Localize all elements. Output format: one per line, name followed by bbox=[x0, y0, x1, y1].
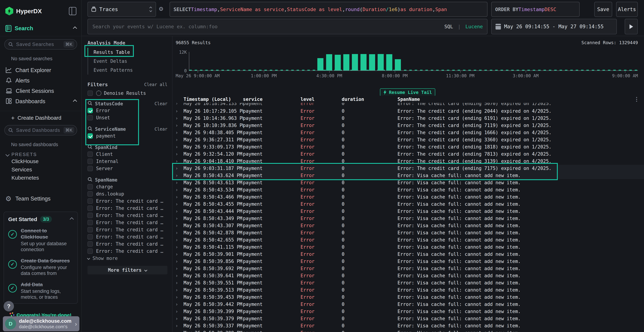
histogram-bar[interactable] bbox=[395, 59, 401, 70]
table-row[interactable]: ›May 26 8:50:39.901 PMpaymentError0Error… bbox=[172, 250, 644, 258]
sql-mode-label[interactable]: SQL bbox=[444, 24, 453, 29]
checkbox[interactable] bbox=[88, 133, 93, 139]
row-expand-chevron[interactable]: › bbox=[175, 180, 184, 185]
table-row[interactable]: ›May 26 9:32:54.120 PMpaymentError0Error… bbox=[172, 150, 644, 158]
presets-toggle[interactable]: PRESETS bbox=[6, 152, 82, 157]
checkbox[interactable] bbox=[88, 115, 93, 120]
saved-dashboards-input[interactable] bbox=[16, 127, 64, 133]
filter-option[interactable]: Error bbox=[88, 107, 168, 114]
row-expand-chevron[interactable]: › bbox=[175, 259, 184, 264]
histogram-bar[interactable] bbox=[343, 54, 349, 70]
table-row[interactable]: ›May 26 8:50:39.442 PMpaymentError0Error… bbox=[172, 301, 644, 308]
table-row[interactable]: ›May 26 8:50:42.655 PMpaymentError0Error… bbox=[172, 236, 644, 244]
preset-item-services[interactable]: Services bbox=[0, 166, 82, 174]
clear-filter-button[interactable]: Clear bbox=[154, 101, 168, 106]
col-service[interactable]: service bbox=[243, 96, 300, 102]
sidebar-item-team-settings[interactable]: ⚙ Team Settings bbox=[5, 195, 82, 203]
row-expand-chevron[interactable]: › bbox=[175, 187, 184, 192]
histogram-bar[interactable] bbox=[386, 54, 392, 70]
table-row[interactable]: ›May 26 8:50:39.692 PMpaymentError0Error… bbox=[172, 265, 644, 272]
event-search-box[interactable]: SQL | Lucene bbox=[88, 19, 488, 34]
table-row[interactable]: ›May 26 9:36:27.311 PMpaymentError0Error… bbox=[172, 136, 644, 143]
table-row[interactable]: ›May 26 8:50:39.453 PMpaymentError0Error… bbox=[172, 294, 644, 301]
checkbox[interactable] bbox=[88, 198, 93, 204]
sidebar-item-client-sessions[interactable]: Client Sessions bbox=[0, 86, 82, 96]
saved-dashboards-searchbox[interactable]: ⌘K bbox=[4, 125, 77, 136]
row-expand-chevron[interactable]: › bbox=[175, 130, 184, 135]
table-row[interactable]: ›May 26 8:50:43.349 PMpaymentError0Error… bbox=[172, 215, 644, 222]
filter-option[interactable]: Error: The credit card … bbox=[88, 240, 168, 248]
save-button[interactable]: Save bbox=[594, 2, 612, 17]
sidebar-item-chart-explorer[interactable]: Chart Explorer bbox=[0, 65, 82, 76]
row-expand-chevron[interactable]: › bbox=[175, 302, 184, 307]
row-expand-chevron[interactable]: › bbox=[175, 316, 184, 321]
filter-option[interactable]: charge bbox=[88, 183, 168, 190]
checkbox[interactable] bbox=[88, 234, 93, 240]
row-expand-chevron[interactable]: › bbox=[175, 108, 184, 114]
col-spanname[interactable]: SpanName bbox=[398, 96, 644, 102]
row-expand-chevron[interactable]: › bbox=[175, 194, 184, 200]
filter-option[interactable]: dns.lookup bbox=[88, 190, 168, 198]
sidebar-item-alerts[interactable]: Alerts bbox=[0, 76, 82, 86]
table-row[interactable]: ›May 26 8:50:39.379 PMpaymentError0Error… bbox=[172, 315, 644, 322]
resume-live-tail-button[interactable]: Resume Live Tail bbox=[380, 88, 435, 96]
results-histogram[interactable] bbox=[189, 52, 638, 71]
sidebar-collapse-icon[interactable] bbox=[69, 7, 76, 15]
show-more-button[interactable]: Show more bbox=[88, 255, 168, 262]
analysis-mode-event-patterns[interactable]: Event Patterns bbox=[88, 66, 168, 74]
histogram-bar[interactable] bbox=[326, 54, 332, 70]
row-expand-chevron[interactable]: › bbox=[175, 166, 184, 171]
row-expand-chevron[interactable]: › bbox=[175, 123, 184, 128]
filter-option[interactable]: Internal bbox=[88, 158, 168, 165]
row-expand-chevron[interactable]: › bbox=[175, 202, 184, 207]
table-row[interactable]: ›May 26 8:50:39.856 PMpaymentError0Error… bbox=[172, 258, 644, 265]
row-expand-chevron[interactable]: › bbox=[175, 309, 184, 314]
date-range-picker[interactable]: May 26 09:14:55 - May 27 09:14:55 bbox=[491, 19, 617, 34]
sidebar-item-search[interactable]: Search bbox=[5, 25, 76, 32]
table-row[interactable]: ›May 26 8:50:43.613 PMpaymentError0Error… bbox=[172, 179, 644, 186]
row-expand-chevron[interactable]: › bbox=[175, 116, 184, 121]
run-query-button[interactable] bbox=[625, 19, 638, 34]
help-button[interactable]: ? bbox=[4, 301, 14, 312]
row-expand-chevron[interactable]: › bbox=[175, 237, 184, 242]
table-row[interactable]: ›May 26 9:48:38.405 PMpaymentError0Error… bbox=[172, 129, 644, 136]
create-dashboard-button[interactable]: + Create Dashboard bbox=[0, 114, 82, 122]
row-expand-chevron[interactable]: › bbox=[175, 144, 184, 150]
histogram-bar[interactable] bbox=[378, 54, 384, 70]
table-row[interactable]: ›May 26 8:50:43.466 PMpaymentError0Error… bbox=[172, 193, 644, 200]
filter-option[interactable]: Error: The credit card … bbox=[88, 198, 168, 205]
preset-item-kubernetes[interactable]: Kubernetes bbox=[0, 174, 82, 182]
table-row[interactable]: ›May 26 10:10:39.836 PMpaymentError0Erro… bbox=[172, 122, 644, 129]
table-row[interactable]: ›May 26 8:50:39.641 PMpaymentError0Error… bbox=[172, 272, 644, 279]
row-expand-chevron[interactable]: › bbox=[175, 330, 184, 332]
row-expand-chevron[interactable]: › bbox=[175, 158, 184, 164]
checkbox[interactable] bbox=[88, 108, 93, 113]
col-duration[interactable]: duration bbox=[342, 96, 398, 102]
checkbox[interactable] bbox=[88, 166, 93, 171]
more-filters-button[interactable]: More filters bbox=[88, 266, 168, 274]
filter-option[interactable]: Error: The credit card … bbox=[88, 212, 168, 219]
filter-option[interactable]: Error: The credit card … bbox=[88, 226, 168, 233]
histogram-bar[interactable] bbox=[335, 55, 341, 70]
saved-searches-searchbox[interactable]: ⌘K bbox=[4, 39, 77, 50]
checkbox[interactable] bbox=[88, 220, 93, 225]
row-expand-chevron[interactable]: › bbox=[175, 323, 184, 328]
row-expand-chevron[interactable]: › bbox=[175, 280, 184, 286]
col-level[interactable]: level bbox=[300, 96, 342, 102]
col-timestamp[interactable]: Timestamp (Local) bbox=[184, 96, 243, 102]
table-row[interactable]: ›May 26 10:14:36.963 PMpaymentError0Erro… bbox=[172, 115, 644, 122]
table-row[interactable]: ›May 26 8:50:39.513 PMpaymentError0Error… bbox=[172, 286, 644, 294]
saved-searches-input[interactable] bbox=[16, 42, 64, 48]
sidebar-item-dashboards[interactable]: Dashboards bbox=[0, 96, 82, 106]
table-row[interactable]: ›May 26 10:18:54.133 PMpaymentError0Erro… bbox=[172, 103, 644, 108]
table-row[interactable]: ›May 26 8:50:39.551 PMpaymentError0Error… bbox=[172, 279, 644, 286]
row-expand-chevron[interactable]: › bbox=[175, 294, 184, 300]
table-row[interactable]: ›May 26 8:50:41.115 PMpaymentError0Error… bbox=[172, 244, 644, 250]
checkbox[interactable] bbox=[88, 206, 93, 211]
filter-option[interactable]: Unset bbox=[88, 114, 168, 121]
analysis-mode-event-deltas[interactable]: Event Deltas bbox=[88, 57, 168, 66]
filter-option[interactable]: Error: The credit card … bbox=[88, 233, 168, 240]
checkbox[interactable] bbox=[88, 152, 93, 157]
checkbox[interactable] bbox=[88, 213, 93, 218]
row-expand-chevron[interactable]: › bbox=[175, 216, 184, 221]
